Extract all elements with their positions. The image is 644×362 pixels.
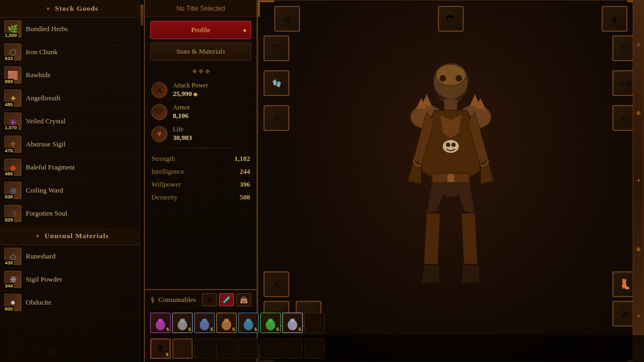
tab-profile[interactable]: Profile — [150, 21, 251, 39]
bottom-slot-4[interactable] — [216, 338, 237, 359]
item-icon: ❋ 344 — [4, 271, 21, 288]
bottom-item-icon: 🗡 — [156, 343, 165, 354]
item-icon: ⬡ 633 — [4, 43, 21, 61]
slot-shoulder-left[interactable]: 🛡 — [264, 35, 289, 61]
potion-count-5: 5 — [276, 327, 279, 332]
consumable-slot-3[interactable]: 5 — [216, 313, 237, 333]
ring1-icon: ⊙ — [265, 106, 288, 130]
item-name: Rawhide — [26, 71, 50, 79]
slot-top-right[interactable]: ◈ — [602, 6, 627, 32]
stock-goods-header: ▼ Stock Goods — [0, 0, 144, 18]
item-name: Coiling Ward — [26, 186, 63, 195]
character-panel: No Title Selected Profile Stats & Materi… — [145, 0, 258, 362]
bottom-slot-5[interactable] — [238, 338, 259, 359]
item-count: 344 — [4, 283, 14, 289]
armor-label: Armor — [173, 104, 190, 112]
item-count: 800 — [4, 306, 14, 312]
potion-svg — [175, 315, 190, 330]
item-icon: ◈ 1,070 — [4, 113, 21, 130]
potion-svg — [241, 315, 256, 330]
attack-power-stat: ⚔ Attack Power 25,990◆ — [151, 82, 250, 98]
item-count: 485 — [4, 102, 14, 107]
unusual-materials-header: ▼ Unusual Materials — [0, 227, 144, 245]
item-icon: ⊕ 838 — [4, 182, 21, 199]
tab-stats-materials[interactable]: Stats & Materials — [150, 42, 251, 61]
item-name: Runeshard — [26, 252, 56, 261]
item-name: Abstruse Sigil — [26, 140, 65, 149]
inventory-item[interactable]: 🟫 869 Rawhide — [0, 64, 144, 87]
item-name: Veiled Crystal — [26, 117, 65, 125]
inventory-item[interactable]: ⬡ 633 Iron Chunk — [0, 41, 144, 64]
bottom-slot-8[interactable] — [304, 338, 325, 359]
bottom-slot-6[interactable] — [260, 338, 281, 359]
bottom-grid: 🗡 5 — [145, 336, 257, 362]
inventory-item[interactable]: ● 800 Obducite — [0, 291, 144, 314]
inventory-item[interactable]: 🌿 1,000 Bundled Herbs — [0, 18, 144, 41]
helm-icon: ⛑ — [439, 7, 463, 31]
scrollbar-thumb[interactable] — [141, 4, 143, 26]
tool-btn-bag[interactable]: 👜 — [236, 293, 251, 306]
inventory-list[interactable]: 🌿 1,000 Bundled Herbs ⬡ 633 Iron Chunk 🟫… — [0, 18, 144, 362]
item-icon: ◇ 430 — [4, 248, 21, 265]
strength-label: Strength — [151, 154, 175, 163]
item-count: 869 — [4, 79, 14, 84]
inventory-item[interactable]: ⚜ 476 Abstruse Sigil — [0, 133, 144, 156]
willpower-stat: Willpower 396 — [151, 178, 250, 191]
consumable-slot-5[interactable]: 5 — [260, 313, 281, 333]
shoulder-l-icon: 🛡 — [265, 36, 288, 60]
item-icon: ☽ 829 — [4, 205, 21, 222]
life-value: 30,983 — [173, 134, 192, 142]
deco-knot-2: ◆ — [636, 109, 641, 117]
deco-knot-3: ✦ — [636, 177, 641, 185]
slot-helm[interactable]: ⛑ — [438, 6, 464, 32]
consumable-slot-1[interactable]: 5 — [172, 313, 193, 333]
inventory-item[interactable]: ◈ 1,070 Veiled Crystal — [0, 110, 144, 133]
consumable-slot-0[interactable]: 5 — [150, 313, 171, 333]
strength-value: 1,182 — [235, 154, 250, 163]
strength-stat: Strength 1,182 — [151, 152, 250, 165]
intelligence-value: 244 — [240, 167, 251, 176]
consumable-slot-6[interactable]: 5 — [282, 313, 303, 333]
item-count: 838 — [4, 194, 14, 200]
item-icon: 🌿 1,000 — [4, 20, 21, 38]
slot-gloves[interactable]: 🧤 — [264, 70, 289, 96]
svg-point-22 — [436, 64, 466, 86]
bottom-slot-7[interactable] — [282, 338, 303, 359]
attack-power-value: 25,990◆ — [173, 90, 208, 98]
title-bar: No Title Selected — [145, 0, 257, 17]
bottom-slot-3[interactable] — [194, 338, 215, 359]
consumable-slot-7[interactable] — [304, 313, 325, 333]
tool-btn-potion[interactable]: 🧪 — [219, 293, 234, 306]
item-icon: 🟫 869 — [4, 67, 21, 84]
item-name: Bundled Herbs — [26, 25, 68, 33]
potion-svg — [285, 315, 300, 330]
slot-amulet[interactable]: ◎ — [274, 6, 300, 32]
willpower-value: 396 — [240, 180, 251, 189]
inventory-item[interactable]: ☽ 829 Forgotten Soul — [0, 202, 144, 225]
inventory-item[interactable]: ◇ 430 Runeshard — [0, 245, 144, 268]
consumable-slot-2[interactable]: 5 — [194, 313, 215, 333]
bottom-slot-1[interactable]: 🗡 5 — [150, 338, 171, 359]
consumables-tools: ⚙ 🧪 👜 — [202, 293, 251, 306]
tool-btn-sort[interactable]: ⚙ — [202, 293, 217, 306]
inventory-item[interactable]: ◆ 466 Baleful Fragment — [0, 156, 144, 179]
bottom-slot-2[interactable] — [172, 338, 193, 359]
tab-buttons: Profile Stats & Materials — [145, 17, 257, 65]
inventory-item[interactable]: ⊕ 838 Coiling Ward — [0, 179, 144, 202]
inventory-item[interactable]: ✦ 485 Angelbreath — [0, 87, 144, 110]
item-name: Forgotten Soul — [26, 209, 67, 218]
deco-knot-4: ◆ — [636, 245, 641, 253]
stats-divider — [151, 147, 250, 148]
consumables-icon: ⚕ — [150, 295, 155, 305]
consumables-label: ⚕ Consumables — [150, 295, 196, 305]
life-stat: ♥ Life 30,983 — [151, 125, 250, 142]
slot-weapon-left[interactable]: ⚔ — [264, 271, 289, 297]
slot-ring1[interactable]: ⊙ — [264, 105, 289, 131]
inventory-item[interactable]: ❋ 344 Sigil Powder — [0, 268, 144, 291]
dexterity-label: Dexterity — [151, 193, 178, 202]
armor-icon: 🛡 — [151, 104, 167, 120]
consumable-slot-4[interactable]: 5 — [238, 313, 259, 333]
item-icon: ✦ 485 — [4, 90, 21, 107]
intelligence-stat: Intelligence 244 — [151, 165, 250, 178]
item-count: 633 — [4, 56, 14, 61]
